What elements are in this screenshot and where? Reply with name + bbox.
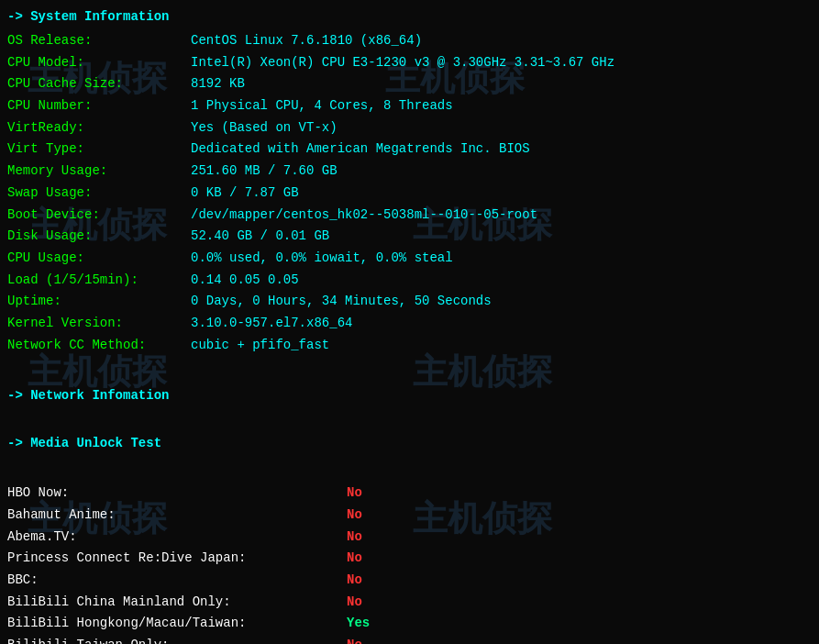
media-rows: HBO Now: No Bahamut Anime: No Abema.TV: … [7, 483, 812, 644]
network-cc-row: Network CC Method: cubic + pfifo_fast [7, 336, 812, 356]
kernel-label: Kernel Version: [7, 314, 191, 334]
media-divider [7, 412, 812, 427]
virt-type-row: Virt Type: Dedicated with American Megat… [7, 139, 812, 160]
load-label: Load (1/5/15min): [7, 271, 191, 291]
bahamut-label: Bahamut Anime: [7, 505, 347, 526]
bahamut-status: No [347, 505, 362, 526]
virt-type-label: Virt Type: [7, 139, 191, 160]
uptime-label: Uptime: [7, 292, 191, 312]
cpu-cache-value: 8192 KB [191, 74, 245, 94]
hbo-label: HBO Now: [7, 483, 347, 504]
swap-usage-label: Swap Usage: [7, 183, 191, 204]
memory-usage-value: 251.60 MB / 7.60 GB [191, 161, 338, 182]
bilibili-taiwan-status: No [347, 636, 362, 644]
bilibili-china-label: BiliBili China Mainland Only: [7, 593, 347, 613]
hbo-status: No [347, 483, 362, 504]
netinfo-header: -> Network Infomation [7, 388, 812, 403]
cpu-number-row: CPU Number: 1 Physical CPU, 4 Cores, 8 T… [7, 96, 812, 117]
cpu-usage-row: CPU Usage: 0.0% used, 0.0% iowait, 0.0% … [7, 249, 812, 269]
boot-device-value: /dev/mapper/centos_hk02--5038ml--010--05… [191, 205, 537, 226]
cpu-usage-value: 0.0% used, 0.0% iowait, 0.0% steal [191, 249, 453, 269]
cpu-number-value: 1 Physical CPU, 4 Cores, 8 Threads [191, 96, 453, 117]
virtready-row: VirtReady: Yes (Based on VT-x) [7, 118, 812, 139]
load-value: 0.14 0.05 0.05 [191, 271, 299, 291]
virtready-label: VirtReady: [7, 118, 191, 139]
cpu-number-label: CPU Number: [7, 96, 191, 117]
cpu-model-row: CPU Model: Intel(R) Xeon(R) CPU E3-1230 … [7, 53, 812, 73]
princess-status: No [347, 549, 362, 569]
virtready-value: Yes (Based on VT-x) [191, 118, 338, 139]
disk-usage-label: Disk Usage: [7, 227, 191, 247]
memory-usage-row: Memory Usage: 251.60 MB / 7.60 GB [7, 161, 812, 182]
bilibili-taiwan-label: Bilibili Taiwan Only: [7, 636, 347, 644]
abema-row: Abema.TV: No [7, 527, 812, 548]
boot-device-label: Boot Device: [7, 205, 191, 226]
uptime-value: 0 Days, 0 Hours, 34 Minutes, 50 Seconds [191, 292, 492, 312]
bilibili-hk-status: Yes [347, 614, 370, 634]
bbc-row: BBC: No [7, 571, 812, 591]
network-cc-value: cubic + pfifo_fast [191, 336, 329, 356]
virt-type-value: Dedicated with American Megatrends Inc. … [191, 139, 530, 160]
hbo-row: HBO Now: No [7, 483, 812, 504]
princess-label: Princess Connect Re:Dive Japan: [7, 549, 347, 569]
os-release-value: CentOS Linux 7.6.1810 (x86_64) [191, 31, 422, 51]
sysinfo-header: -> System Information [7, 9, 812, 24]
cpu-cache-label: CPU Cache Size: [7, 74, 191, 94]
abema-status: No [347, 527, 362, 548]
os-release-row: OS Release: CentOS Linux 7.6.1810 (x86_6… [7, 31, 812, 51]
bilibili-hk-row: BiliBili Hongkong/Macau/Taiwan: Yes [7, 614, 812, 634]
kernel-value: 3.10.0-957.el7.x86_64 [191, 314, 352, 334]
bilibili-china-status: No [347, 593, 362, 613]
kernel-row: Kernel Version: 3.10.0-957.el7.x86_64 [7, 314, 812, 334]
network-divider [7, 364, 812, 379]
bbc-label: BBC: [7, 571, 347, 591]
cpu-model-value: Intel(R) Xeon(R) CPU E3-1230 v3 @ 3.30GH… [191, 53, 614, 73]
disk-usage-value: 52.40 GB / 0.01 GB [191, 227, 329, 247]
swap-usage-row: Swap Usage: 0 KB / 7.87 GB [7, 183, 812, 204]
load-row: Load (1/5/15min): 0.14 0.05 0.05 [7, 271, 812, 291]
sysinfo-rows: OS Release: CentOS Linux 7.6.1810 (x86_6… [7, 31, 812, 355]
bilibili-china-row: BiliBili China Mainland Only: No [7, 593, 812, 613]
princess-row: Princess Connect Re:Dive Japan: No [7, 549, 812, 569]
abema-label: Abema.TV: [7, 527, 347, 548]
main-content: -> System Information OS Release: CentOS… [7, 9, 812, 644]
memory-usage-label: Memory Usage: [7, 161, 191, 182]
cpu-model-label: CPU Model: [7, 53, 191, 73]
network-cc-label: Network CC Method: [7, 336, 191, 356]
disk-usage-row: Disk Usage: 52.40 GB / 0.01 GB [7, 227, 812, 247]
bbc-status: No [347, 571, 362, 591]
swap-usage-value: 0 KB / 7.87 GB [191, 183, 299, 204]
bilibili-taiwan-row: Bilibili Taiwan Only: No [7, 636, 812, 644]
cpu-usage-label: CPU Usage: [7, 249, 191, 269]
cpu-cache-row: CPU Cache Size: 8192 KB [7, 74, 812, 94]
media-list-divider [7, 460, 812, 474]
os-release-label: OS Release: [7, 31, 191, 51]
bahamut-row: Bahamut Anime: No [7, 505, 812, 526]
mediatest-header: -> Media Unlock Test [7, 436, 812, 450]
bilibili-hk-label: BiliBili Hongkong/Macau/Taiwan: [7, 614, 347, 634]
boot-device-row: Boot Device: /dev/mapper/centos_hk02--50… [7, 205, 812, 226]
uptime-row: Uptime: 0 Days, 0 Hours, 34 Minutes, 50 … [7, 292, 812, 312]
